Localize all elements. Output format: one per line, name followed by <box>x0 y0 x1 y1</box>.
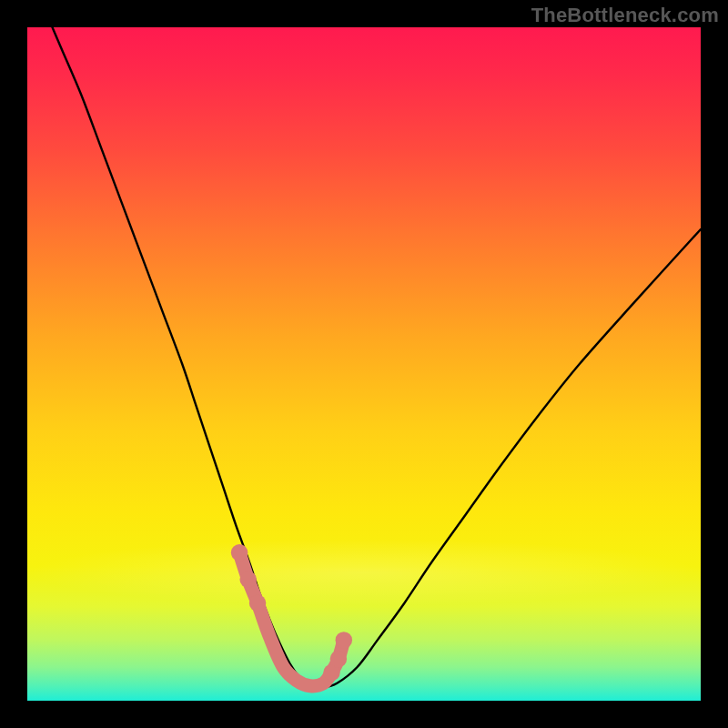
plot-area <box>27 27 701 701</box>
chart-frame: TheBottleneck.com <box>0 0 728 728</box>
optimum-marker-dot <box>249 594 267 612</box>
optimum-marker-dot <box>330 651 348 668</box>
optimum-marker-dot <box>231 544 248 561</box>
bottleneck-curve <box>41 27 701 687</box>
optimum-marker-dot <box>336 632 353 649</box>
curve-svg <box>27 27 701 701</box>
watermark-text: TheBottleneck.com <box>531 4 719 27</box>
optimum-marker-dot <box>239 571 257 589</box>
